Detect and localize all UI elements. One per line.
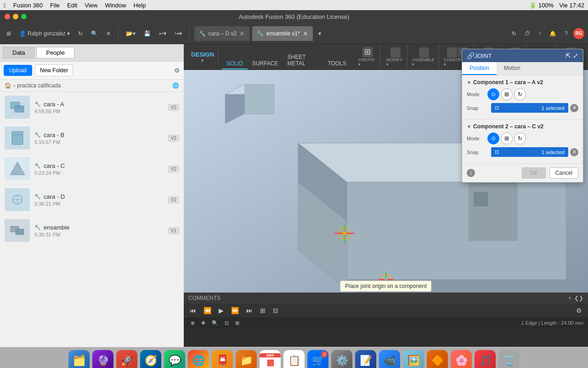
tab-solid[interactable]: SOLID [222, 58, 248, 69]
component2-snap-select[interactable]: ⊡ 1 selected [491, 147, 568, 157]
design-label[interactable]: DESIGN [191, 51, 214, 58]
dock-zoom[interactable]: 📹 [379, 350, 400, 368]
refresh-model-button[interactable]: ↻ [509, 29, 519, 39]
snap-clear2-button[interactable]: ✕ [570, 148, 578, 156]
file-item-cara-c[interactable]: 🔧 cara - C 5:23:24 PM V2 [0, 154, 184, 184]
menu-file[interactable]: File [50, 2, 60, 9]
help-button[interactable]: ? [562, 29, 571, 39]
dock-calendar[interactable]: ABR ▦ [260, 350, 281, 368]
dock-trash[interactable]: 🗑️ [498, 350, 520, 368]
version-badge2[interactable]: V2 [168, 135, 179, 142]
zoom-button[interactable]: 🔍 [209, 319, 220, 327]
file-item-cara-d[interactable]: 🔧 cara - D 5:36:21 PM V2 [0, 184, 184, 215]
data-tab[interactable]: Data [3, 47, 34, 58]
menu-help[interactable]: Help [134, 2, 146, 9]
upload-button[interactable]: Upload [4, 65, 32, 76]
tab-tools[interactable]: TOOLS [323, 58, 351, 69]
add-tab-button[interactable]: ▾ [316, 29, 324, 39]
dock-fusion360[interactable]: 🔶 [427, 350, 448, 368]
modify-label[interactable]: MODIFY ▾ [386, 58, 404, 67]
redo-button[interactable]: ↪▾ [172, 29, 185, 39]
modify-section[interactable]: MODIFY ▾ [384, 44, 407, 69]
assemble-section[interactable]: ASSEMBLE ▾ [409, 44, 439, 69]
version-badge4[interactable]: V2 [168, 196, 179, 203]
open-file-button[interactable]: 📂▾ [123, 29, 138, 39]
dock-safari[interactable]: 🧭 [140, 350, 161, 368]
app-name[interactable]: Fusion 360 [13, 2, 43, 9]
dock-mail[interactable]: 📮 [212, 350, 233, 368]
play-prev-button[interactable]: ⏪ [201, 306, 214, 315]
mode-btn1-active[interactable]: ⊙ [487, 88, 499, 100]
create-label[interactable]: CREATE ▾ [358, 58, 377, 67]
ok-button[interactable]: OK [522, 167, 545, 178]
joint-fullscreen-button[interactable]: ⤢ [573, 52, 578, 59]
timeline-settings2[interactable]: ⊟ [271, 306, 281, 315]
tab-close-button2[interactable]: ✕ [303, 30, 308, 37]
tab-close-button[interactable]: ✕ [239, 30, 245, 37]
dock-system-prefs[interactable]: ⚙️ [331, 350, 352, 368]
people-tab[interactable]: People [36, 47, 74, 58]
dock-whatsapp[interactable]: 💬 [164, 350, 185, 368]
close-window-button[interactable] [5, 14, 10, 19]
grid-view-button[interactable]: ⊞ [4, 29, 14, 39]
tab-cara-d[interactable]: 🔧 cara – D v2 ✕ [194, 26, 249, 41]
mode-btn2-active[interactable]: ⊙ [487, 132, 499, 144]
dock-preview[interactable]: 🖼️ [403, 350, 424, 368]
timeline-settings1[interactable]: ⊞ [258, 306, 268, 315]
menu-edit[interactable]: Edit [67, 2, 77, 9]
add-comment-button[interactable]: + [568, 295, 571, 301]
play-next-button[interactable]: ⏩ [229, 306, 241, 315]
version-badge3[interactable]: V2 [168, 166, 179, 172]
dock-photos[interactable]: 🌸 [451, 350, 472, 368]
component2-header[interactable]: ▼ Component 2 – cara – C v2 [467, 123, 578, 130]
play-start-button[interactable]: ⏮ [187, 306, 198, 315]
mode-btn1-b[interactable]: ⊞ [501, 88, 513, 100]
tab-motion[interactable]: Motion [497, 62, 528, 75]
info-icon[interactable]: i [467, 169, 475, 177]
play-end-button[interactable]: ⏭ [244, 306, 255, 315]
play-button[interactable]: ▶ [216, 306, 226, 315]
assemble-label[interactable]: ASSEMBLE ▾ [412, 58, 436, 67]
globe-icon[interactable]: 🌐 [172, 82, 179, 89]
cancel-button[interactable]: Cancel [549, 167, 578, 178]
share-button[interactable]: ↑ [536, 29, 544, 39]
maximize-window-button[interactable] [21, 14, 27, 19]
settings-icon[interactable]: ⚙ [174, 67, 180, 74]
notifications-button[interactable]: 🔔 [547, 29, 559, 39]
tab-surface[interactable]: SURFACE [248, 58, 283, 69]
snap-clear1-button[interactable]: ✕ [570, 104, 578, 112]
mode-btn2-c[interactable]: ↻ [514, 132, 526, 144]
file-item-cara-a[interactable]: 🔧 cara - A 4:56:58 PM V2 [0, 92, 184, 123]
home-icon[interactable]: 🏠 [5, 82, 11, 89]
mode-btn2-b[interactable]: ⊞ [501, 132, 513, 144]
file-item-cara-b[interactable]: 🔧 cara - B 5:16:57 PM V2 [0, 123, 184, 154]
version-badge[interactable]: V2 [168, 104, 179, 111]
tab-ensamble[interactable]: 🔧 ensamble v1* ✕ [252, 26, 313, 41]
dock-siri[interactable]: 🔮 [92, 350, 113, 368]
close-left-panel-button[interactable]: ✕ [103, 29, 113, 39]
dock-folder[interactable]: 📁 [236, 350, 257, 368]
grid-display-button[interactable]: ⊞ [233, 319, 242, 327]
viewport-settings-button[interactable]: ⚙ [574, 306, 584, 315]
apple-menu[interactable]:  [4, 2, 6, 9]
user-avatar[interactable]: RG [573, 28, 584, 39]
menu-window[interactable]: Window [105, 2, 126, 9]
refresh-button[interactable]: ↻ [75, 29, 85, 39]
dock-music[interactable]: 🎵 [475, 350, 496, 368]
file-item-ensamble[interactable]: 🔧 ensamble 5:36:31 PM V1 [0, 215, 184, 246]
new-folder-button[interactable]: New Folder [35, 64, 73, 76]
fit-button[interactable]: ⊡ [222, 319, 231, 327]
dock-launchpad[interactable]: 🚀 [116, 350, 137, 368]
dock-chrome[interactable]: 🌐 [188, 350, 209, 368]
tab-sheet-metal[interactable]: SHEET METAL [283, 52, 323, 69]
dock-reminders[interactable]: 📋 [283, 350, 305, 368]
orbit-button[interactable]: ⊕ [188, 319, 197, 327]
user-menu-button[interactable]: 👤 Ralph gonzalez ▾ [17, 29, 73, 39]
component1-header[interactable]: ▼ Component 1 – cara – A v2 [467, 79, 578, 86]
comments-collapse-button[interactable]: ❮❯ [574, 295, 583, 301]
undo-button[interactable]: ↩▾ [156, 29, 169, 39]
minimize-window-button[interactable] [13, 14, 18, 19]
dock-finder[interactable]: 🗂️ [68, 350, 90, 368]
component1-snap-select[interactable]: ⊡ 1 selected [491, 103, 568, 113]
tab-position[interactable]: Position [462, 62, 497, 75]
